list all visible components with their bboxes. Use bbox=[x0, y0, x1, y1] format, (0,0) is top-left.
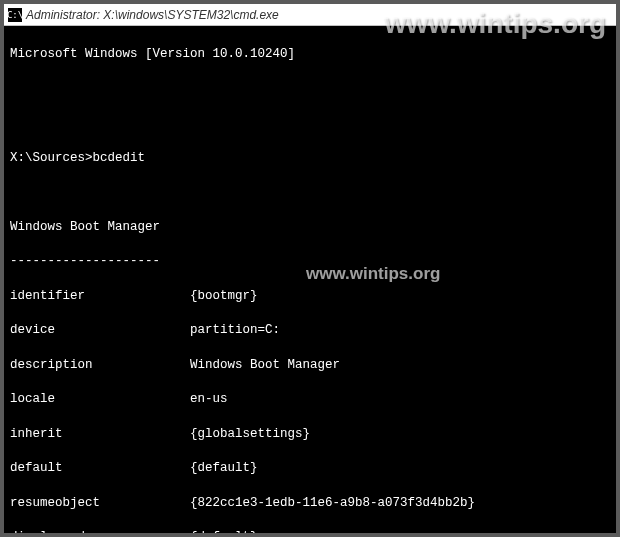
prompt-prefix: X:\Sources> bbox=[10, 151, 93, 165]
cmd-window: C:\ Administrator: X:\windows\SYSTEM32\c… bbox=[4, 4, 616, 533]
title-bar: C:\ Administrator: X:\windows\SYSTEM32\c… bbox=[4, 4, 616, 26]
bm-row-inherit: inherit {globalsettings} bbox=[10, 426, 610, 443]
bm-row-displayorder: displayorder {default} bbox=[10, 529, 610, 533]
terminal-output: Microsoft Windows [Version 10.0.10240] X… bbox=[4, 26, 616, 533]
window-title: Administrator: X:\windows\SYSTEM32\cmd.e… bbox=[26, 8, 279, 22]
section-divider: -------------------- bbox=[10, 253, 610, 270]
bm-row-description: description Windows Boot Manager bbox=[10, 357, 610, 374]
boot-manager-header: Windows Boot Manager bbox=[10, 219, 610, 236]
version-line: Microsoft Windows [Version 10.0.10240] bbox=[10, 46, 610, 63]
bm-row-locale: locale en-us bbox=[10, 391, 610, 408]
cmd-icon: C:\ bbox=[8, 8, 22, 22]
prompt-command: bcdedit bbox=[93, 151, 146, 165]
prompt-line-1: X:\Sources>bcdedit bbox=[10, 150, 610, 167]
bm-row-device: device partition=C: bbox=[10, 322, 610, 339]
bm-row-default: default {default} bbox=[10, 460, 610, 477]
bm-row-identifier: identifier {bootmgr} bbox=[10, 288, 610, 305]
bm-row-resumeobject: resumeobject {822cc1e3-1edb-11e6-a9b8-a0… bbox=[10, 495, 610, 512]
